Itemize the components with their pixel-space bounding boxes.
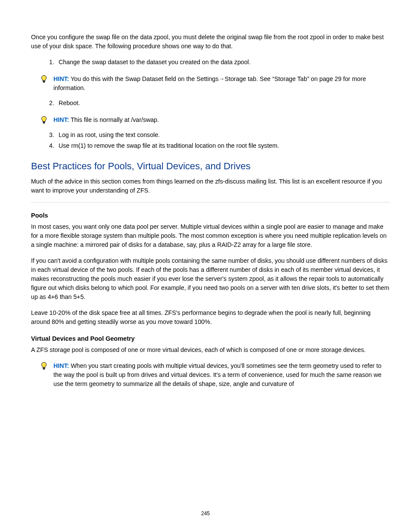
svg-point-3 [43,76,44,77]
page-content: Once you configure the swap file on the … [31,33,390,389]
hint-block: HINT: This file is normally at /var/swap… [40,115,390,124]
list-number: 1. [49,58,59,67]
list-number: 4. [49,141,59,150]
list-number: 2. [49,99,59,108]
hint-label: HINT: [53,362,69,369]
list-item: 2. Reboot. [49,99,390,108]
svg-rect-10 [43,369,44,370]
svg-rect-5 [43,122,45,123]
pools-paragraph: Leave 10-20% of the disk space free at a… [31,308,390,327]
section-paragraph: Much of the advice in this section comes… [31,177,390,195]
hint-label: HINT: [53,75,69,82]
hint-block: HINT: You do this with the Swap Dataset … [40,75,390,93]
list-item: 4. Use rm(1) to remove the swap file at … [49,141,390,150]
document-page: Once you configure the swap file on the … [0,0,411,532]
list-item: 3. Log in as root, using the text consol… [49,131,390,140]
hint-block: HINT: When you start creating pools with… [40,361,390,389]
lightbulb-icon [40,362,47,370]
subsection-heading-pools: Pools [31,212,390,219]
svg-point-11 [43,364,44,364]
svg-rect-6 [43,123,44,124]
list-item-text: Use rm(1) to remove the swap file at its… [59,141,279,150]
hint-body: When you start creating pools with multi… [53,362,381,387]
numbered-list: 2. Reboot. [31,99,390,108]
hint-text: HINT: When you start creating pools with… [53,361,390,389]
svg-point-7 [43,117,44,118]
list-item-text: Log in as root, using the text console. [59,131,160,140]
svg-rect-4 [43,121,45,122]
numbered-list: 3. Log in as root, using the text consol… [31,131,390,150]
list-item-text: Reboot. [59,99,80,108]
subsection-heading-vdev: Virtual Devices and Pool Geometry [31,335,390,342]
hint-text: HINT: This file is normally at /var/swap… [53,115,159,124]
svg-rect-9 [43,368,45,369]
list-number: 3. [49,131,59,140]
svg-rect-8 [43,368,45,368]
hint-body: You do this with the Swap Dataset field … [53,75,366,91]
svg-rect-0 [43,81,45,81]
hint-text: HINT: You do this with the Swap Dataset … [53,75,390,93]
svg-rect-1 [43,81,45,82]
list-item: 1. Change the swap dataset to the datase… [49,58,390,67]
vdev-paragraph: A ZFS storage pool is composed of one or… [31,345,390,355]
list-item-text: Change the swap dataset to the dataset y… [59,58,251,67]
page-number: 245 [0,510,411,516]
hint-label: HINT: [53,116,69,123]
lightbulb-icon [40,75,47,84]
section-heading: Best Practices for Pools, Virtual Device… [31,161,390,172]
divider [31,202,390,202]
hint-body: This file is normally at /var/swap. [71,116,159,123]
svg-rect-2 [43,82,44,83]
numbered-list: 1. Change the swap dataset to the datase… [31,58,390,67]
pools-paragraph: In most cases, you want only one data po… [31,222,390,249]
intro-paragraph: Once you configure the swap file on the … [31,33,390,51]
lightbulb-icon [40,116,47,124]
pools-paragraph: If you can't avoid a configuration with … [31,256,390,302]
